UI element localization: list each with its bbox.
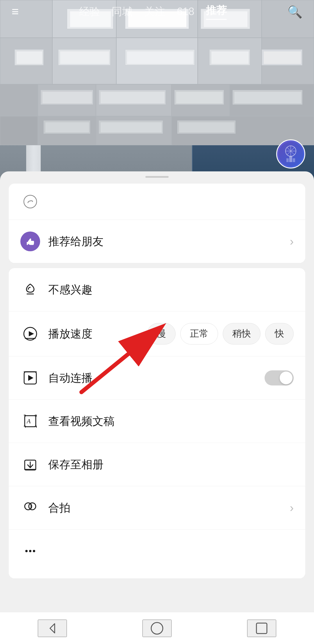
menu-item-playback-speed[interactable]: 播放速度 慢 正常 稍快 快 [9, 311, 305, 356]
transcript-label: 查看视频文稿 [48, 414, 294, 429]
save-album-icon [20, 455, 40, 474]
menu-icon[interactable]: ≡ [12, 5, 19, 19]
back-button[interactable] [38, 620, 67, 637]
more-icon [20, 541, 40, 561]
menu-item-partial[interactable] [9, 184, 305, 220]
recommend-icon [20, 232, 40, 251]
menu-item-collab[interactable]: 合拍 › [9, 486, 305, 530]
collab-label: 合拍 [48, 501, 290, 515]
menu-item-transcript[interactable]: A 查看视频文稿 [9, 400, 305, 443]
partial-icon [20, 192, 40, 211]
svg-point-23 [29, 550, 31, 552]
nav-item-follow[interactable]: 关注 [144, 5, 165, 19]
sheet-handle [145, 176, 169, 178]
bottom-navigation [0, 612, 314, 644]
svg-point-21 [29, 503, 36, 510]
svg-rect-5 [289, 156, 292, 162]
menu-item-more[interactable] [9, 530, 305, 578]
recommend-arrow: › [290, 235, 294, 248]
svg-point-20 [25, 503, 32, 510]
transcript-icon: A [20, 411, 40, 431]
nav-item-618[interactable]: 618 [177, 6, 194, 18]
svg-rect-6 [286, 158, 289, 162]
recommend-label: 推荐给朋友 [48, 234, 290, 249]
nav-item-local[interactable]: 同城 [112, 5, 133, 19]
video-avatar[interactable] [276, 139, 305, 168]
card-recommend: 推荐给朋友 › [9, 184, 305, 263]
video-background [0, 0, 314, 192]
nav-item-recommend[interactable]: 推荐 [206, 3, 227, 20]
menu-item-not-interested[interactable]: 不感兴趣 [9, 268, 305, 311]
svg-point-22 [25, 550, 28, 552]
svg-marker-14 [28, 375, 33, 381]
search-icon[interactable]: 🔍 [287, 5, 302, 19]
menu-item-auto-play[interactable]: 自动连播 [9, 356, 305, 400]
auto-play-icon [20, 368, 40, 388]
playback-speed-label: 播放速度 [48, 327, 147, 341]
not-interested-label: 不感兴趣 [48, 282, 294, 297]
avatar-inner [279, 142, 303, 166]
top-navigation: ≡ 经验 同城 关注 618 推荐 🔍 [0, 0, 314, 23]
collab-arrow: › [290, 501, 294, 514]
svg-point-8 [24, 195, 37, 208]
toggle-thumb [280, 372, 292, 384]
bottom-sheet: 推荐给朋友 › 不感兴趣 [0, 171, 314, 625]
ceiling-visual [0, 0, 314, 192]
speed-btn-fast[interactable]: 快 [265, 323, 294, 345]
menu-item-save-album[interactable]: 保存至相册 [9, 443, 305, 486]
save-album-label: 保存至相册 [48, 457, 294, 472]
playback-speed-icon [20, 324, 40, 344]
collab-icon [20, 498, 40, 518]
speed-btn-slow[interactable]: 慢 [147, 323, 176, 345]
svg-text:A: A [26, 417, 31, 425]
auto-play-label: 自动连播 [48, 371, 265, 385]
speed-options: 慢 正常 稍快 快 [147, 323, 294, 345]
nav-item-experience[interactable]: 经验 [79, 5, 100, 19]
speed-btn-normal[interactable]: 正常 [180, 323, 218, 345]
home-button[interactable] [142, 620, 172, 637]
svg-marker-11 [29, 331, 34, 336]
card-settings: 不感兴趣 播放速度 慢 正常 稍快 快 [9, 268, 305, 578]
speed-btn-slightly-fast[interactable]: 稍快 [223, 323, 261, 345]
recent-apps-button[interactable] [247, 620, 276, 637]
auto-play-toggle[interactable] [265, 370, 294, 385]
svg-point-24 [33, 550, 35, 552]
svg-rect-29 [256, 623, 267, 634]
menu-item-recommend[interactable]: 推荐给朋友 › [9, 220, 305, 263]
svg-marker-27 [50, 624, 55, 633]
svg-point-28 [151, 623, 163, 634]
not-interested-icon [20, 280, 40, 299]
svg-rect-7 [293, 158, 295, 162]
nav-items: 经验 同城 关注 618 推荐 [79, 3, 227, 20]
